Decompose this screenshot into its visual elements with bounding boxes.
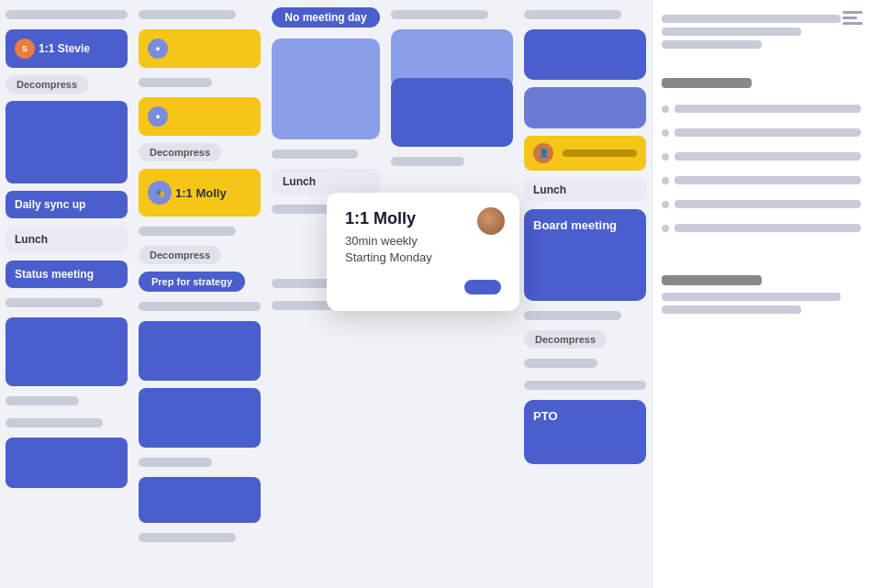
sidebar-section-2 — [662, 73, 861, 237]
sidebar-bottom-bar-2 — [662, 305, 801, 314]
sidebar-dot-1 — [662, 105, 669, 113]
sidebar-dot-4 — [662, 177, 669, 184]
col5-avatar: 👤 — [533, 143, 553, 163]
sidebar-line-5 — [675, 200, 861, 208]
sidebar-section-1 — [662, 11, 861, 53]
col5-bar-1 — [524, 311, 621, 320]
col2-blue-3 — [139, 477, 261, 523]
menu-icon[interactable] — [842, 11, 863, 25]
card-status-meeting[interactable]: Status meeting — [6, 261, 128, 288]
card-lunch-5[interactable]: Lunch — [524, 178, 646, 202]
card-board-meeting[interactable]: Board meeting — [524, 209, 646, 301]
col1-blue-block — [6, 101, 128, 183]
sidebar-dot-5 — [662, 201, 669, 208]
sidebar-dot-2 — [662, 129, 669, 137]
sidebar-bottom-title — [662, 275, 762, 285]
col2-bar-3 — [139, 302, 261, 311]
sidebar-line-1 — [675, 105, 861, 113]
col2-bar-top — [139, 10, 236, 19]
sidebar-dot-3 — [662, 153, 669, 161]
sidebar-title-bar — [662, 78, 752, 88]
col2-bar-1 — [139, 78, 212, 87]
col5-bar-2 — [524, 359, 597, 368]
col2-avatar-1: ● — [148, 39, 168, 59]
col5-bar-3 — [524, 381, 646, 390]
col4-bar-1 — [391, 157, 464, 166]
popup-action-button[interactable] — [464, 280, 501, 294]
card-lunch-1[interactable]: Lunch — [6, 226, 128, 253]
sidebar-dots — [662, 100, 861, 237]
col3-lightblue-1 — [272, 39, 380, 139]
col2-decompress-1: Decompress — [139, 143, 221, 161]
col1-blue-2 — [6, 317, 128, 386]
card-lunch-3[interactable]: Lunch — [272, 169, 380, 194]
column-2: ● ● Decompress 🎭 1:1 Molly Decompress — [133, 0, 266, 588]
sidebar-bar-3 — [662, 40, 762, 49]
col1-bar-top — [6, 10, 128, 19]
sidebar-dot-6 — [662, 225, 669, 232]
sidebar-line-4 — [675, 176, 861, 184]
sidebar-line-3 — [675, 152, 861, 161]
col4-blue-2 — [391, 78, 513, 147]
sidebar-bar-1 — [662, 15, 841, 23]
emmet-label: 1:1 Molly — [175, 186, 227, 200]
popup-1on1-molly: 1:1 Molly 30min weekly Starting Monday — [327, 193, 519, 311]
card-1on1-emmet[interactable]: 🎭 1:1 Molly — [139, 169, 261, 216]
prep-strategy-tag[interactable]: Prep for strategy — [139, 272, 245, 292]
col5-yellow-card[interactable]: 👤 — [524, 136, 646, 171]
popup-start: Starting Monday — [345, 250, 501, 264]
col2-avatar-2: ● — [148, 106, 168, 127]
card-pto[interactable]: PTO — [524, 400, 646, 464]
col5-blue-2 — [524, 87, 646, 128]
sidebar-line-6 — [675, 224, 861, 232]
column-1: S 1:1 Stevie Decompress Daily sync up Lu… — [0, 0, 133, 588]
sidebar-item-1 — [662, 105, 861, 113]
sidebar-item-2 — [662, 128, 861, 137]
col2-decompress-2: Decompress — [139, 246, 221, 264]
column-5: 👤 Lunch Board meeting Decompress PTO — [519, 0, 652, 588]
col2-blue-2 — [139, 388, 261, 448]
sidebar-item-6 — [662, 224, 861, 232]
sidebar-bar-2 — [662, 28, 801, 36]
decompress-tag: Decompress — [6, 75, 88, 94]
sidebar-line-2 — [675, 128, 861, 137]
col2-blue-1 — [139, 321, 261, 381]
card-daily-sync[interactable]: Daily sync up — [6, 191, 128, 218]
col1-blue-3 — [6, 438, 128, 488]
col2-bar-2 — [139, 227, 236, 236]
emmet-avatar: 🎭 — [148, 181, 172, 205]
sidebar-bottom-bar-1 — [662, 293, 841, 301]
col1-bar-3 — [6, 418, 103, 427]
col4-bar-top — [391, 10, 488, 19]
col5-bar-top — [524, 10, 621, 19]
col2-bar-5 — [139, 533, 236, 542]
col5-blue-1 — [524, 29, 646, 80]
right-sidebar — [652, 0, 870, 588]
sidebar-item-3 — [662, 152, 861, 161]
card-1on1-stevie[interactable]: S 1:1 Stevie — [6, 29, 128, 68]
popup-frequency: 30min weekly — [345, 234, 501, 248]
card-label: 1:1 Stevie — [39, 42, 90, 55]
col1-bar-1 — [6, 298, 103, 307]
sidebar-section-3 — [662, 257, 861, 318]
col2-yellow-1[interactable]: ● — [139, 29, 261, 68]
col2-bar-4 — [139, 458, 212, 467]
sidebar-item-4 — [662, 176, 861, 184]
sidebar-item-5 — [662, 200, 861, 208]
col3-bar-1 — [272, 150, 358, 159]
col5-decompress: Decompress — [524, 330, 607, 349]
stevie-avatar: S — [15, 39, 35, 59]
molly-avatar — [477, 207, 505, 235]
col1-bar-2 — [6, 396, 79, 405]
no-meeting-badge: No meeting day — [272, 7, 379, 28]
col2-yellow-2[interactable]: ● — [139, 97, 261, 136]
